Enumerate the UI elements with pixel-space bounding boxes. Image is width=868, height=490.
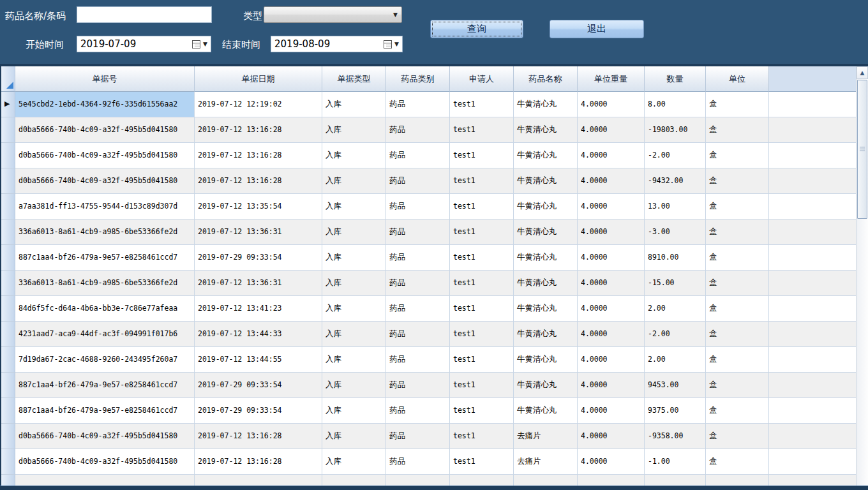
cell[interactable]: 2019-07-12 12:19:02 — [195, 92, 322, 117]
cell[interactable]: 盒 — [706, 168, 769, 194]
cell[interactable]: test1 — [450, 449, 514, 475]
cell[interactable]: 7d19da67-2cac-4688-9260-243495f260a7 — [15, 347, 195, 373]
cell[interactable]: 2019-07-12 13:16:28 — [195, 424, 322, 449]
cell[interactable]: -3.00 — [645, 219, 706, 245]
column-header-8[interactable]: 数量 — [645, 66, 706, 92]
cell[interactable]: 2019-07-29 09:33:54 — [195, 373, 322, 398]
cell[interactable]: 2019-07-12 13:36:31 — [195, 271, 322, 296]
cell[interactable]: 药品 — [386, 322, 450, 347]
cell[interactable]: 牛黄清心丸 — [514, 347, 578, 373]
cell[interactable]: 336a6013-8a61-4cb9-a985-6be53366fe2d — [15, 219, 195, 245]
row-selector[interactable] — [1, 168, 15, 194]
type-dropdown[interactable]: ▼ — [264, 6, 402, 23]
scroll-up-button[interactable]: ▲ — [857, 66, 868, 79]
cell[interactable]: 4.0000 — [578, 117, 645, 143]
cell[interactable]: 4.0000 — [578, 322, 645, 347]
cell[interactable]: 2019-07-12 13:16:28 — [195, 117, 322, 143]
cell[interactable]: 盒 — [706, 219, 769, 245]
cell[interactable]: d0ba5666-740b-4c09-a32f-495b5d041580 — [15, 143, 195, 168]
cell[interactable]: 入库 — [322, 296, 386, 322]
column-header-4[interactable]: 药品类别 — [386, 66, 450, 92]
cell[interactable]: 2.00 — [645, 296, 706, 322]
cell[interactable]: 牛黄清心丸 — [514, 219, 578, 245]
row-selector[interactable] — [1, 245, 15, 271]
cell[interactable]: 入库 — [322, 449, 386, 475]
column-header-2[interactable]: 单据日期 — [195, 66, 322, 92]
cell[interactable]: 887c1aa4-bf26-479a-9e57-e8258461ccd7 — [15, 398, 195, 424]
cell[interactable]: 药品 — [386, 347, 450, 373]
row-selector[interactable] — [1, 449, 15, 475]
cell[interactable]: 入库 — [322, 92, 386, 117]
cell[interactable]: 8910.00 — [645, 245, 706, 271]
cell[interactable]: 药品 — [386, 245, 450, 271]
cell[interactable]: 2019-07-12 13:16:28 — [195, 449, 322, 475]
cell[interactable]: test1 — [450, 219, 514, 245]
row-selector[interactable] — [1, 424, 15, 449]
cell[interactable]: test1 — [450, 424, 514, 449]
cell[interactable]: 4.0000 — [578, 296, 645, 322]
cell[interactable]: 2019-07-12 13:44:33 — [195, 322, 322, 347]
cell[interactable]: 去痛片 — [514, 449, 578, 475]
cell[interactable] — [769, 271, 857, 296]
exit-button[interactable]: 退出 — [550, 20, 644, 38]
cell[interactable]: 2019-07-12 13:16:28 — [195, 168, 322, 194]
cell[interactable]: d0ba5666-740b-4c09-a32f-495b5d041580 — [15, 424, 195, 449]
cell[interactable]: test1 — [450, 245, 514, 271]
cell[interactable]: 药品 — [386, 271, 450, 296]
column-header-1[interactable]: 单据号 — [15, 66, 195, 92]
cell[interactable]: 牛黄清心丸 — [514, 92, 578, 117]
cell[interactable]: 牛黄清心丸 — [514, 296, 578, 322]
cell[interactable]: 盒 — [706, 373, 769, 398]
cell[interactable]: 药品 — [386, 296, 450, 322]
cell[interactable]: 84d6f5fc-d64a-4b6a-bb3e-7c86e77afeaa — [15, 296, 195, 322]
cell[interactable]: 4.0000 — [578, 92, 645, 117]
cell[interactable]: 2019-07-12 13:16:28 — [195, 143, 322, 168]
chevron-down-icon[interactable]: ▼ — [203, 41, 207, 47]
cell[interactable]: 5e45cbd2-1ebd-4364-92f6-335d61556aa2 — [15, 92, 195, 117]
cell[interactable]: 4.0000 — [578, 449, 645, 475]
cell[interactable]: 盒 — [706, 245, 769, 271]
row-selector[interactable] — [1, 194, 15, 219]
cell[interactable]: 4.0000 — [578, 347, 645, 373]
cell[interactable]: 2019-07-12 13:44:55 — [195, 347, 322, 373]
cell[interactable]: 887c1aa4-bf26-479a-9e57-e8258461ccd7 — [15, 245, 195, 271]
cell[interactable]: 336a6013-8a61-4cb9-a985-6be53366fe2d — [15, 271, 195, 296]
row-selector[interactable] — [1, 322, 15, 347]
cell[interactable]: test1 — [450, 194, 514, 219]
cell[interactable]: 盒 — [706, 424, 769, 449]
cell[interactable]: test1 — [450, 92, 514, 117]
cell[interactable]: 牛黄清心丸 — [514, 373, 578, 398]
cell[interactable]: 盒 — [706, 347, 769, 373]
cell[interactable]: test1 — [450, 117, 514, 143]
cell[interactable]: a7aa381d-ff13-4755-9544-d153c89d307d — [15, 194, 195, 219]
cell[interactable]: 牛黄清心丸 — [514, 398, 578, 424]
cell[interactable]: -2.00 — [645, 322, 706, 347]
cell[interactable]: 药品 — [386, 143, 450, 168]
cell[interactable]: 4.0000 — [578, 219, 645, 245]
cell[interactable]: 牛黄清心丸 — [514, 245, 578, 271]
cell[interactable] — [769, 194, 857, 219]
cell[interactable] — [769, 296, 857, 322]
cell[interactable]: 药品 — [386, 117, 450, 143]
cell[interactable] — [769, 143, 857, 168]
cell[interactable]: 4.0000 — [578, 424, 645, 449]
cell[interactable]: 4.0000 — [578, 271, 645, 296]
row-selector[interactable] — [1, 271, 15, 296]
cell[interactable] — [769, 117, 857, 143]
select-all-corner[interactable] — [1, 66, 15, 92]
cell[interactable] — [769, 373, 857, 398]
cell[interactable] — [769, 322, 857, 347]
cell[interactable] — [769, 398, 857, 424]
cell[interactable]: 入库 — [322, 117, 386, 143]
cell[interactable]: test1 — [450, 143, 514, 168]
cell[interactable]: 入库 — [322, 143, 386, 168]
vertical-scrollbar[interactable]: ▲ — [856, 66, 868, 486]
cell[interactable]: 入库 — [322, 245, 386, 271]
cell[interactable]: -9432.00 — [645, 168, 706, 194]
cell[interactable]: 药品 — [386, 373, 450, 398]
query-button[interactable]: 查询 — [430, 20, 523, 38]
cell[interactable]: 药品 — [386, 424, 450, 449]
cell[interactable]: -15.00 — [645, 271, 706, 296]
scrollbar-thumb[interactable] — [857, 80, 867, 219]
cell[interactable]: 2019-07-12 13:35:54 — [195, 194, 322, 219]
